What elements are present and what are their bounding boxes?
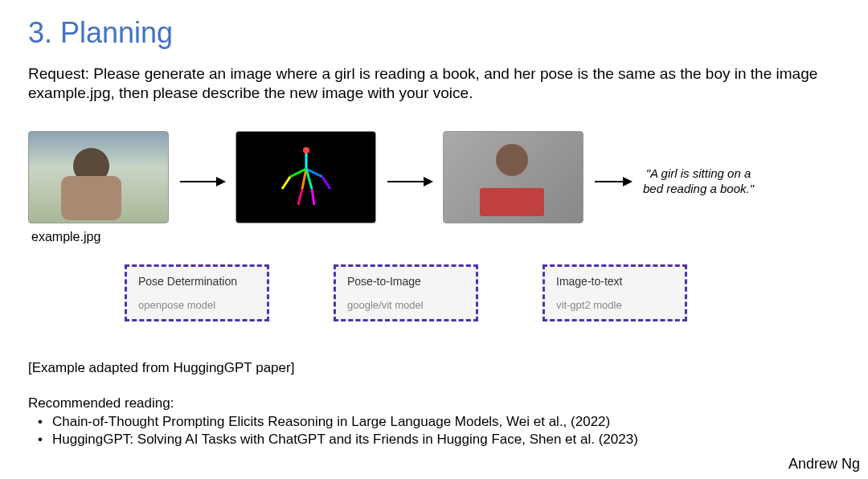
recommended-item: HuggingGPT: Solving AI Tasks with ChatGP…	[38, 431, 840, 449]
tool-title: Pose Determination	[138, 275, 256, 288]
stage-pose-image: -	[235, 131, 376, 244]
pipeline-row: example.jpg - - "A girl is sitting on a …	[28, 131, 840, 244]
recommended-item: Chain-of-Thought Prompting Elicits Reaso…	[38, 413, 840, 432]
arrow-icon	[595, 181, 631, 182]
svg-line-6	[298, 189, 302, 205]
slide-title: 3. Planning	[28, 16, 840, 50]
tool-model: google/vit model	[347, 299, 465, 311]
recommended-heading: Recommended reading:	[28, 395, 840, 411]
svg-point-9	[303, 147, 309, 154]
request-description: Request: Please generate an image where …	[28, 64, 840, 103]
recommended-reading: Recommended reading: Chain-of-Thought Pr…	[28, 395, 840, 450]
author-name: Andrew Ng	[788, 456, 860, 473]
tool-pose-to-image: Pose-to-Image google/vit model	[334, 264, 478, 321]
tool-boxes-row: Pose Determination openpose model Pose-t…	[125, 264, 840, 321]
source-note: [Example adapted from HuggingGPT paper]	[28, 360, 840, 376]
arrow-icon	[180, 181, 224, 182]
svg-line-4	[322, 177, 330, 189]
tool-image-to-text: Image-to-text vit-gpt2 modle	[542, 264, 687, 321]
tool-title: Pose-to-Image	[347, 275, 465, 288]
tool-title: Image-to-text	[556, 275, 674, 288]
svg-line-8	[312, 189, 314, 205]
stage-generated-image: -	[443, 131, 583, 244]
stage-input-image: example.jpg	[28, 131, 169, 244]
svg-line-2	[282, 177, 290, 189]
tool-pose-determination: Pose Determination openpose model	[125, 264, 269, 321]
image-girl-reading	[443, 131, 583, 223]
image-boy-scooter	[28, 131, 169, 223]
output-caption: "A girl is sitting on a bed reading a bo…	[642, 166, 755, 197]
tool-model: vit-gpt2 modle	[556, 299, 674, 311]
arrow-icon	[387, 181, 432, 182]
tool-model: openpose model	[138, 299, 256, 311]
image-pose-skeleton	[235, 131, 376, 223]
image-caption: example.jpg	[31, 230, 100, 244]
